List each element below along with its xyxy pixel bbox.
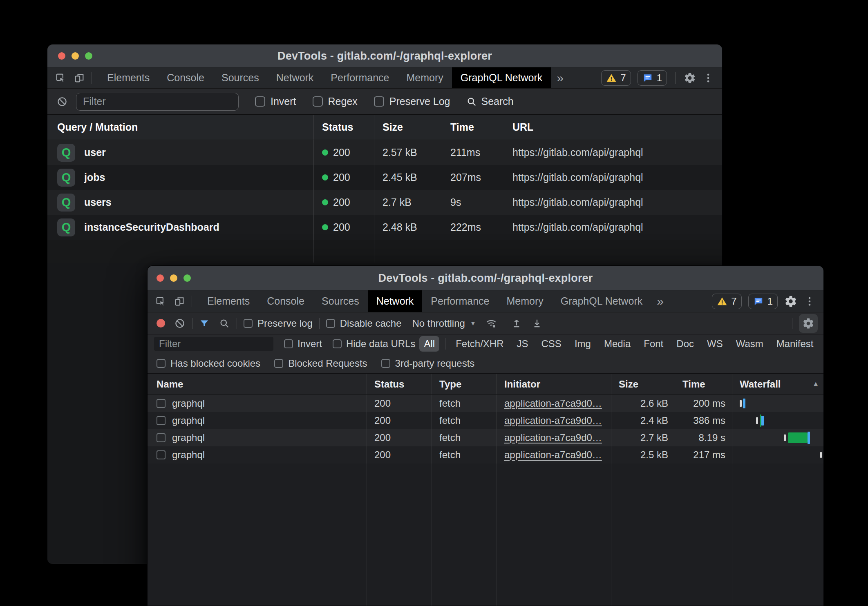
preserve-log-checkbox[interactable] [374,96,384,107]
tab-memory[interactable]: Memory [398,67,452,88]
search-icon[interactable] [219,318,230,329]
sort-ascending-icon[interactable]: ▲ [812,380,819,388]
settings-gear-icon[interactable] [784,295,797,308]
tab-sources[interactable]: Sources [313,290,368,312]
tab-elements[interactable]: Elements [199,290,258,312]
search-button[interactable]: Search [466,96,514,107]
has-blocked-cookies-checkbox[interactable] [157,359,166,368]
row-checkbox[interactable] [157,399,166,408]
front-titlebar[interactable]: DevTools - gitlab.com/-/graphql-explorer [148,266,823,290]
warnings-badge[interactable]: 7 [601,70,631,86]
table-row[interactable]: graphql 200 fetch application-a7ca9d0… 2… [148,446,823,463]
column-header-query-mutation[interactable]: Query / Mutation [47,115,313,140]
tab-console[interactable]: Console [258,290,313,312]
filter-input[interactable] [76,93,239,111]
type-filter-js[interactable]: JS [512,336,533,352]
more-options-icon[interactable] [804,296,815,307]
maximize-window-button[interactable] [85,52,92,60]
tab-graphql-network[interactable]: GraphQL Network [452,67,551,88]
has-blocked-cookies-group[interactable]: Has blocked cookies [157,358,260,369]
preserve-log-checkbox-group[interactable]: Preserve Log [374,96,450,107]
minimize-window-button[interactable] [72,52,79,60]
more-tabs-icon[interactable]: » [651,290,669,312]
table-row[interactable]: Q users 200 2.7 kB 9s https://gitlab.com… [47,190,722,215]
hide-data-urls-checkbox[interactable] [333,339,342,348]
invert-checkbox[interactable] [284,339,293,348]
table-row[interactable]: graphql 200 fetch application-a7ca9d0… 2… [148,412,823,429]
invert-checkbox[interactable] [255,96,265,107]
close-window-button[interactable] [58,52,65,60]
tab-elements[interactable]: Elements [98,67,158,88]
tab-network[interactable]: Network [268,67,322,88]
minimize-window-button[interactable] [170,274,177,282]
column-header-url[interactable]: URL [504,115,722,140]
type-filter-wasm[interactable]: Wasm [732,336,768,352]
type-filter-fetch-xhr[interactable]: Fetch/XHR [451,336,508,352]
tab-graphql-network[interactable]: GraphQL Network [552,290,651,312]
initiator-link[interactable]: application-a7ca9d0… [504,432,602,443]
column-header-time[interactable]: Time [675,374,732,394]
device-toolbar-icon[interactable] [74,72,85,84]
network-settings-gear-button[interactable] [799,314,818,333]
network-conditions-icon[interactable] [485,317,497,330]
blocked-requests-group[interactable]: Blocked Requests [274,358,367,369]
initiator-link[interactable]: application-a7ca9d0… [504,449,602,461]
tab-console[interactable]: Console [158,67,213,88]
settings-gear-icon[interactable] [684,72,696,84]
column-header-waterfall[interactable]: Waterfall ▲ [732,374,824,394]
type-filter-doc[interactable]: Doc [672,336,698,352]
column-header-time[interactable]: Time [442,115,504,140]
regex-checkbox[interactable] [313,96,323,107]
regex-checkbox-group[interactable]: Regex [313,96,358,107]
hide-data-urls-checkbox-group[interactable]: Hide data URLs [333,338,415,350]
tab-performance[interactable]: Performance [322,67,398,88]
blocked-requests-checkbox[interactable] [274,359,283,368]
inspect-element-icon[interactable] [55,72,66,84]
type-filter-media[interactable]: Media [600,336,635,352]
back-titlebar[interactable]: DevTools - gitlab.com/-/graphql-explorer [47,45,722,67]
column-header-size[interactable]: Size [374,115,442,140]
tab-performance[interactable]: Performance [422,290,498,312]
warnings-badge[interactable]: 7 [712,294,741,309]
invert-checkbox-group[interactable]: Invert [284,338,322,350]
preserve-log-checkbox[interactable] [244,319,253,328]
column-header-name[interactable]: Name [148,374,367,394]
initiator-link[interactable]: application-a7ca9d0… [504,415,602,426]
initiator-link[interactable]: application-a7ca9d0… [504,398,602,409]
device-toolbar-icon[interactable] [174,296,185,307]
close-window-button[interactable] [157,274,164,282]
import-har-icon[interactable] [511,318,522,329]
tab-memory[interactable]: Memory [498,290,552,312]
row-checkbox[interactable] [157,416,166,425]
third-party-requests-checkbox[interactable] [381,359,390,368]
type-filter-img[interactable]: Img [570,336,595,352]
record-network-log-button[interactable] [157,319,165,328]
disable-cache-checkbox[interactable] [326,319,335,328]
type-filter-manifest[interactable]: Manifest [772,336,818,352]
third-party-requests-group[interactable]: 3rd-party requests [381,358,475,369]
throttling-dropdown[interactable]: No throttling ▼ [412,318,476,329]
filter-funnel-icon[interactable] [199,318,210,329]
column-header-status[interactable]: Status [367,374,432,394]
inspect-element-icon[interactable] [155,296,166,307]
row-checkbox[interactable] [157,450,166,459]
table-row[interactable]: Q jobs 200 2.45 kB 207ms https://gitlab.… [47,165,722,190]
type-filter-other[interactable]: Other [822,336,824,352]
network-filter-input[interactable] [154,337,273,351]
export-har-icon[interactable] [531,318,543,329]
table-row[interactable]: Q instanceSecurityDashboard 200 2.48 kB … [47,215,722,240]
more-options-icon[interactable] [702,72,714,84]
tab-network[interactable]: Network [368,290,423,312]
table-row[interactable]: Q user 200 2.57 kB 211ms https://gitlab.… [47,140,722,165]
invert-checkbox-group[interactable]: Invert [255,96,296,107]
column-header-initiator[interactable]: Initiator [497,374,611,394]
messages-badge[interactable]: 1 [638,70,667,86]
column-header-type[interactable]: Type [432,374,497,394]
type-filter-all[interactable]: All [419,336,439,352]
table-row[interactable]: graphql 200 fetch application-a7ca9d0… 2… [148,395,823,412]
row-checkbox[interactable] [157,433,166,442]
table-row[interactable]: graphql 200 fetch application-a7ca9d0… 2… [148,429,823,446]
type-filter-font[interactable]: Font [639,336,668,352]
type-filter-css[interactable]: CSS [537,336,566,352]
column-header-status[interactable]: Status [313,115,374,140]
